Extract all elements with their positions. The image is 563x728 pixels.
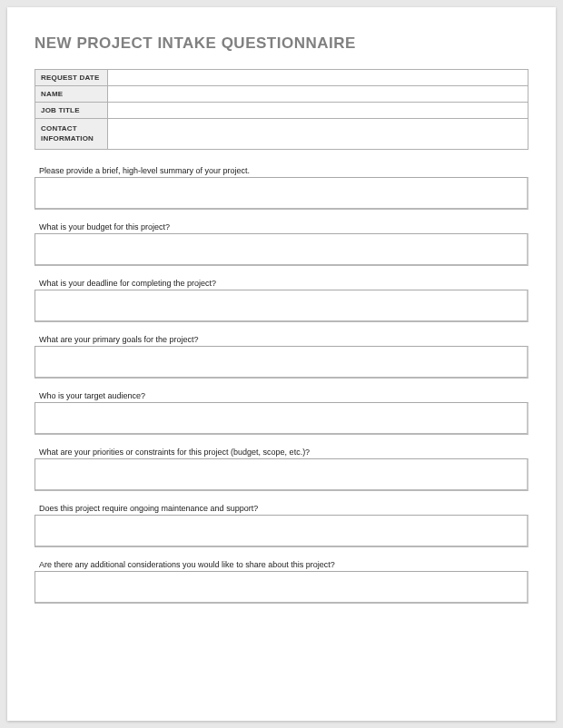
question-label: Are there any additional considerations … <box>39 560 528 569</box>
answer-box[interactable] <box>35 458 528 491</box>
info-row-request-date: REQUEST DATE <box>35 70 528 86</box>
question-label: What are your priorities or constraints … <box>39 448 528 457</box>
info-value[interactable] <box>108 119 528 150</box>
answer-box[interactable] <box>35 177 528 210</box>
question-label: What are your primary goals for the proj… <box>39 335 528 344</box>
info-label: CONTACT INFORMATION <box>35 119 108 150</box>
info-label: JOB TITLE <box>35 103 108 119</box>
answer-box[interactable] <box>35 233 528 266</box>
question-block-additional: Are there any additional considerations … <box>35 560 528 604</box>
info-label: NAME <box>35 86 108 103</box>
answer-box[interactable] <box>35 346 528 379</box>
answer-box[interactable] <box>35 402 528 435</box>
info-value[interactable] <box>108 103 528 119</box>
question-block-summary: Please provide a brief, high-level summa… <box>35 166 528 210</box>
page-title: NEW PROJECT INTAKE QUESTIONNAIRE <box>35 34 528 53</box>
question-block-deadline: What is your deadline for completing the… <box>35 279 528 322</box>
question-label: Please provide a brief, high-level summa… <box>39 166 528 175</box>
question-block-budget: What is your budget for this project? <box>35 222 528 266</box>
document-page: NEW PROJECT INTAKE QUESTIONNAIRE REQUEST… <box>7 7 556 721</box>
info-row-job-title: JOB TITLE <box>35 103 528 119</box>
answer-box[interactable] <box>35 515 528 547</box>
question-label: Who is your target audience? <box>39 391 528 400</box>
info-table: REQUEST DATE NAME JOB TITLE CONTACT INFO… <box>35 69 528 150</box>
question-label: Does this project require ongoing mainte… <box>39 504 528 513</box>
info-row-contact-information: CONTACT INFORMATION <box>35 119 528 150</box>
answer-box[interactable] <box>35 571 528 604</box>
question-block-audience: Who is your target audience? <box>35 391 528 435</box>
question-block-goals: What are your primary goals for the proj… <box>35 335 528 379</box>
info-value[interactable] <box>108 86 528 103</box>
question-label: What is your budget for this project? <box>39 222 528 231</box>
info-value[interactable] <box>108 70 528 86</box>
info-row-name: NAME <box>35 86 528 103</box>
question-block-maintenance: Does this project require ongoing mainte… <box>35 504 528 547</box>
info-label: REQUEST DATE <box>35 70 108 86</box>
question-label: What is your deadline for completing the… <box>39 279 528 288</box>
question-block-priorities: What are your priorities or constraints … <box>35 448 528 491</box>
answer-box[interactable] <box>35 290 528 322</box>
